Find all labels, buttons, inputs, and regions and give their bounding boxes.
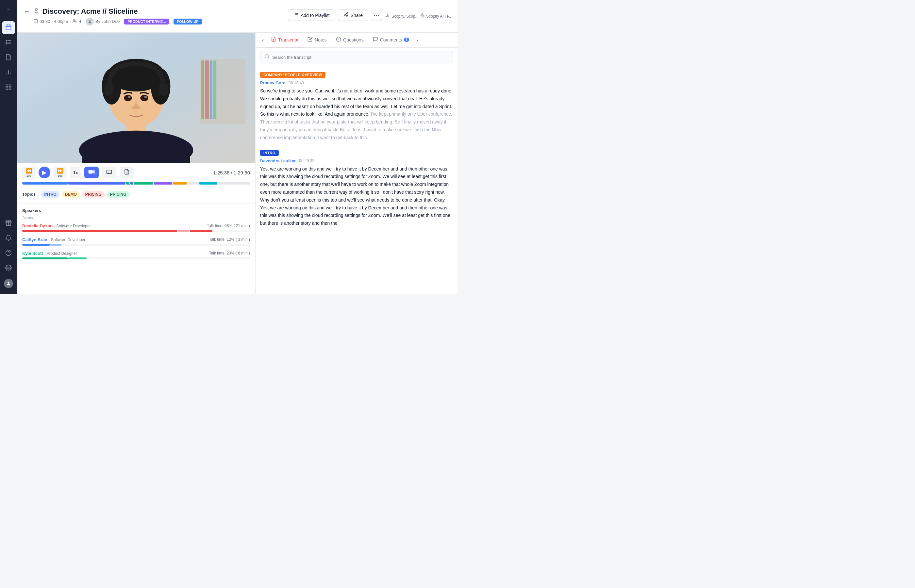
speaker-line-2: Devendra Laulkar 00:29:32	[260, 158, 453, 163]
add-to-playlist-button[interactable]: Add to Playlist	[288, 10, 335, 21]
svg-rect-61	[159, 83, 168, 96]
transcript-block-1: COMPANY/ PEOPLE OVERVIEW Pranav Gore 00:…	[260, 71, 453, 142]
speaker-role-1: , Software Developer	[54, 224, 91, 228]
speaker-row-3: Kyle Scott , Product Designer Talk time:…	[22, 250, 250, 259]
svg-line-40	[345, 15, 347, 16]
tab-transcript[interactable]: Transcript	[266, 33, 303, 47]
current-time: 1:25:38	[213, 170, 230, 175]
play-icon: ▶	[42, 169, 47, 176]
sidebar-item-profile[interactable]	[2, 277, 15, 290]
svg-point-8	[6, 42, 7, 42]
tab-chevron-left[interactable]: ‹	[259, 35, 266, 46]
svg-line-41	[345, 13, 347, 15]
speaker-bar-seg-3b	[68, 257, 87, 259]
rewind-label: 10s	[26, 174, 31, 178]
header-meta: 03:30 - 4:00pm 4 By John Doe PRODUCT INT…	[24, 18, 202, 26]
section-tag-1: COMPANY/ PEOPLE OVERVIEW	[260, 72, 325, 78]
sidebar-item-grid[interactable]	[2, 81, 15, 94]
header-actions-bottom: Scopify, Scop.. Scopify AI Te..	[385, 13, 451, 19]
svg-rect-66	[89, 170, 92, 174]
page-title: Discovery: Acme // Sliceline	[42, 7, 137, 16]
meta-attendees: 4	[73, 19, 81, 24]
progress-thumb[interactable]	[129, 182, 134, 184]
svg-point-37	[347, 13, 348, 14]
meta-time: 03:30 - 4:00pm	[33, 19, 68, 24]
sidebar-chevron[interactable]: »	[5, 4, 13, 15]
tab-notes[interactable]: Notes	[303, 33, 331, 47]
svg-point-22	[8, 282, 9, 284]
sidebar-item-chart[interactable]	[2, 66, 15, 79]
progress-track[interactable]	[22, 182, 250, 184]
svg-rect-60	[105, 83, 113, 96]
sidebar-divider	[3, 18, 14, 18]
attendees-count: 4	[79, 19, 81, 24]
more-options-button[interactable]: ⋯	[371, 10, 382, 21]
play-button[interactable]: ▶	[39, 166, 50, 178]
section-tag-2: INTRO	[260, 150, 279, 156]
progress-seg-6	[199, 182, 218, 184]
subtitle-button[interactable]	[102, 166, 116, 178]
sidebar-item-gift[interactable]	[2, 217, 15, 230]
tab-chevron-right[interactable]: ›	[414, 35, 420, 46]
sidebar-item-list[interactable]	[2, 36, 15, 49]
transcript-icon	[124, 169, 130, 176]
video-mode-button[interactable]	[84, 166, 99, 178]
speaker-name-2[interactable]: Caitlyn Bran	[22, 237, 47, 242]
topic-demo[interactable]: DEMO	[62, 191, 80, 198]
rewind-button[interactable]: ⏪ 10s	[22, 166, 35, 178]
speaker-bar-seg-2c	[62, 244, 250, 246]
tab-questions[interactable]: Questions	[331, 33, 368, 47]
sidebar-item-bell[interactable]	[2, 232, 15, 245]
sidebar-item-calendar[interactable]	[2, 21, 15, 34]
topic-pricing-1[interactable]: PRICING	[82, 191, 105, 198]
tag-product-interview[interactable]: PRODUCT INTERVIE...	[124, 19, 169, 24]
sidebar-item-document[interactable]	[2, 51, 15, 65]
topics-section: Topics INTRO DEMO PRICING PRICING	[17, 187, 255, 204]
tab-comments[interactable]: Comments 3	[368, 33, 414, 47]
meta-author: By John Doe	[86, 18, 120, 26]
talk-time-1: Talk time: 68% ( 21 min )	[207, 223, 250, 228]
progress-container[interactable]	[17, 182, 255, 187]
topic-pricing-2[interactable]: PRICING	[107, 191, 130, 198]
speaker-transcript-name-2[interactable]: Devendra Laulkar	[260, 158, 296, 163]
share-button[interactable]: Share	[338, 10, 368, 21]
talk-time-2: Talk time: 12% ( 3 min )	[209, 237, 250, 242]
tag-follow-up[interactable]: FOLLOW-UP	[173, 19, 202, 24]
speaker-role-3: , Product Designer	[44, 251, 77, 256]
speaker-name-row-2: Caitlyn Bran , Software Developer Talk t…	[22, 236, 250, 242]
topics-label: Topics	[22, 192, 36, 197]
speaker-row-2: Caitlyn Bran , Software Developer Talk t…	[22, 236, 250, 246]
tab-comments-label: Comments	[380, 37, 402, 42]
forward-button[interactable]: ⏩ 10s	[53, 166, 67, 178]
scopify-ai-item: Scopify AI Te..	[420, 13, 451, 19]
sidebar-item-settings[interactable]	[2, 262, 15, 275]
svg-point-38	[344, 14, 345, 15]
add-to-playlist-label: Add to Playlist	[301, 13, 330, 18]
speaker-bar-seg-3c	[87, 257, 250, 259]
bell-icon	[5, 234, 12, 243]
search-input[interactable]	[272, 55, 449, 60]
tab-questions-label: Questions	[343, 37, 364, 42]
progress-seg-2	[68, 182, 125, 184]
transcript-button[interactable]	[120, 166, 134, 178]
speaker-transcript-name-1[interactable]: Pranav Gore	[260, 80, 285, 85]
speaker-name-3[interactable]: Kyle Scott	[22, 251, 43, 256]
clock-icon	[33, 19, 38, 24]
controls-bar: ⏪ 10s ▶ ⏩ 10s 1x	[17, 163, 255, 182]
back-button[interactable]: ←	[24, 8, 30, 15]
video-container	[17, 33, 255, 163]
topic-intro[interactable]: INTRO	[41, 191, 60, 198]
main-content: ← Discovery: Acme // Sliceline 03:30 - 4…	[17, 0, 457, 294]
tab-notes-label: Notes	[315, 37, 327, 42]
speed-button[interactable]: 1x	[70, 166, 81, 178]
tabs-row: ‹ Transcript Notes Q	[255, 33, 457, 48]
avatar	[4, 279, 13, 288]
speaker-bar-3	[22, 257, 250, 259]
sidebar-item-help[interactable]	[2, 247, 15, 260]
settings-icon	[5, 265, 12, 273]
svg-rect-13	[6, 85, 8, 87]
scopify-chart-label: Scopify, Scop..	[391, 14, 417, 19]
topic-tags: INTRO DEMO PRICING PRICING	[41, 191, 129, 198]
speaker-name-1[interactable]: Danielle Dyson	[22, 223, 53, 228]
speakers-section: Speakers Avoma Danielle Dyson , Software…	[17, 204, 255, 268]
